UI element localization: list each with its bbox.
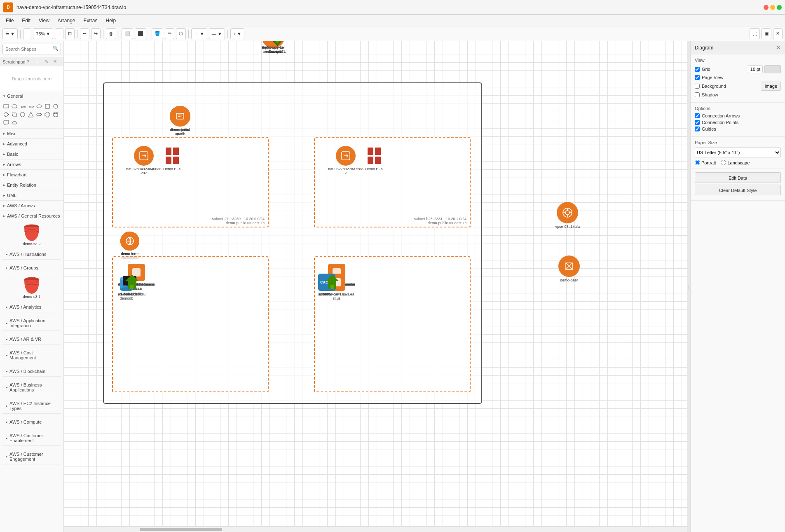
- fullscreen-button[interactable]: ⛶: [750, 28, 760, 39]
- shape-hexagon[interactable]: [19, 111, 26, 118]
- section-basic-header[interactable]: ▸ Basic: [0, 149, 63, 159]
- delete-button[interactable]: 🗑: [106, 28, 116, 39]
- section-misc-header[interactable]: ▸ Misc: [0, 129, 63, 138]
- scratchpad-add-icon[interactable]: +: [35, 59, 43, 64]
- to-front-button[interactable]: ⬜: [122, 28, 133, 39]
- elem-demo-peer[interactable]: demo-peer: [558, 255, 580, 282]
- insert-button[interactable]: + ▼: [230, 28, 244, 39]
- canvas-area[interactable]: demo-igw demo-vpg-aws-us-east natsource-…: [64, 41, 687, 532]
- collapse-handle[interactable]: [687, 41, 690, 532]
- section-aws-analytics-header[interactable]: ▸ AWS / Analytics: [2, 302, 61, 312]
- section-aws-customer-enablement-header[interactable]: ▸ AWS / Customer Enablement: [2, 431, 61, 445]
- shapes-scroll[interactable]: ▾ General Text Text: [0, 91, 63, 532]
- elem-ad-demo-right[interactable]: ad.demo.com.au: [318, 274, 346, 296]
- search-input[interactable]: [2, 44, 61, 54]
- shadow-button[interactable]: ⬡: [176, 28, 186, 39]
- shape-circle[interactable]: [52, 103, 59, 110]
- undo-button[interactable]: ↩: [80, 28, 89, 39]
- edit-data-button[interactable]: Edit Data: [695, 172, 781, 183]
- section-entity-relation-header[interactable]: ▸ Entity Relation: [0, 180, 63, 190]
- elem-nat-right[interactable]: nat-032783278372837: [327, 146, 364, 175]
- zoom-in-button[interactable]: +: [55, 28, 63, 39]
- scratchpad-help-icon[interactable]: ?: [27, 59, 35, 64]
- format-toggle[interactable]: ☰ ▼: [2, 28, 18, 39]
- shape-text2[interactable]: Text: [27, 103, 35, 110]
- connection-points-checkbox[interactable]: [695, 120, 700, 125]
- guides-checkbox[interactable]: [695, 127, 700, 131]
- page-view-checkbox[interactable]: [695, 75, 700, 80]
- section-aws-arrows-header[interactable]: ▸ AWS / Arrows: [0, 201, 63, 211]
- clear-default-style-button[interactable]: Clear Default Style: [695, 185, 781, 195]
- scrollbar-thumb[interactable]: [140, 528, 222, 531]
- elem-ad-demo-left[interactable]: ad.demo.com.au: [118, 274, 145, 296]
- line-color-button[interactable]: ✏: [165, 28, 174, 39]
- line-style-button[interactable]: — ▼: [209, 28, 225, 39]
- shape-callout[interactable]: [2, 119, 10, 127]
- elem-vpce[interactable]: vpce-93a14afa: [555, 202, 580, 229]
- menu-arrange[interactable]: Arrange: [54, 17, 80, 24]
- background-checkbox[interactable]: [695, 84, 700, 89]
- toggle-panel-button[interactable]: ▣: [762, 28, 771, 39]
- menu-view[interactable]: View: [35, 17, 54, 24]
- portrait-label[interactable]: Portrait: [695, 160, 716, 165]
- maximize-button[interactable]: [777, 5, 782, 10]
- section-aws-ar-vr-header[interactable]: ▸ AWS / AR & VR: [2, 334, 61, 344]
- scratchpad-area[interactable]: Drag elements here: [0, 66, 63, 91]
- landscape-label[interactable]: Landscape: [721, 160, 750, 165]
- paper-size-select[interactable]: US-Letter (8.5" x 11") A4 A3 Legal: [695, 148, 781, 157]
- close-panel-button[interactable]: ✕: [773, 28, 783, 39]
- s3-icon-2[interactable]: demo-s3-2: [23, 224, 40, 246]
- menu-edit[interactable]: Edit: [18, 17, 35, 24]
- elem-nat-left[interactable]: nat-32834923840u36287: [125, 146, 162, 175]
- section-aws-groups-header[interactable]: ▸ AWS / Groups: [2, 263, 61, 273]
- grid-size-input[interactable]: [748, 65, 763, 73]
- zoom-out-button[interactable]: −: [23, 28, 31, 39]
- portrait-radio[interactable]: [695, 160, 700, 165]
- section-aws-general-header[interactable]: ▸ AWS / General Resources: [0, 211, 63, 221]
- section-aws-ec2-header[interactable]: ▸ AWS / EC2 Instance Types: [2, 398, 61, 413]
- section-flowchart-header[interactable]: ▸ Flowchart: [0, 170, 63, 180]
- section-arrows-header[interactable]: ▸ Arrows: [0, 159, 63, 169]
- right-panel-close[interactable]: ✕: [776, 44, 781, 52]
- shape-cross[interactable]: [44, 111, 51, 118]
- section-general-header[interactable]: ▾ General: [0, 91, 63, 101]
- shape-triangle[interactable]: [27, 111, 35, 118]
- menu-help[interactable]: Help: [102, 17, 120, 24]
- shape-cloud[interactable]: [11, 119, 18, 127]
- shape-ellipse[interactable]: [35, 103, 43, 110]
- section-aws-compute-header[interactable]: ▸ AWS / Compute: [2, 417, 61, 427]
- elem-efs-left[interactable]: Demo EFS: [162, 146, 182, 171]
- redo-button[interactable]: ↪: [91, 28, 101, 39]
- section-aws-app-int-header[interactable]: ▸ AWS / Application Integration: [2, 316, 61, 330]
- image-button[interactable]: Image: [761, 82, 781, 91]
- section-uml-header[interactable]: ▸ UML: [0, 190, 63, 200]
- shape-rect[interactable]: [2, 103, 10, 110]
- shape-text[interactable]: Text: [19, 103, 26, 110]
- shape-parallelogram[interactable]: [11, 111, 18, 118]
- grid-checkbox[interactable]: [695, 67, 700, 72]
- landscape-radio[interactable]: [721, 160, 726, 165]
- minimize-button[interactable]: [770, 5, 775, 10]
- elem-alb[interactable]: demo-alb: [170, 106, 190, 132]
- close-button[interactable]: [764, 5, 769, 10]
- section-aws-cost-header[interactable]: ▸ AWS / Cost Management: [2, 348, 61, 363]
- section-aws-blockchain-header[interactable]: ▸ AWS / Blockchain: [2, 366, 61, 376]
- shape-rect-rounded[interactable]: [11, 103, 18, 110]
- fit-page-button[interactable]: ⊡: [65, 28, 75, 39]
- section-aws-business-header[interactable]: ▸ AWS / Business Applications: [2, 380, 61, 395]
- section-aws-customer-engagement-header[interactable]: ▸ AWS / Customer Engagement: [2, 449, 61, 464]
- scratchpad-edit-icon[interactable]: ✎: [45, 59, 52, 64]
- elem-efs-right[interactable]: Demo EFS: [364, 146, 384, 171]
- grid-color-box[interactable]: [764, 65, 781, 73]
- zoom-level-display[interactable]: 75% ▼: [33, 28, 53, 39]
- scratchpad-close-icon[interactable]: ✕: [53, 59, 61, 64]
- arrow-style-button[interactable]: → ▼: [191, 28, 207, 39]
- horizontal-scrollbar[interactable]: [64, 526, 687, 532]
- section-advanced-header[interactable]: ▸ Advanced: [0, 139, 63, 149]
- shape-cylinder[interactable]: [52, 111, 59, 118]
- shape-square[interactable]: [44, 103, 51, 110]
- section-aws-illustrations-header[interactable]: ▸ AWS / Illustrations: [2, 249, 61, 259]
- connection-arrows-checkbox[interactable]: [695, 113, 700, 118]
- fill-color-button[interactable]: 🪣: [152, 28, 163, 39]
- shape-arrow-right[interactable]: [35, 111, 43, 118]
